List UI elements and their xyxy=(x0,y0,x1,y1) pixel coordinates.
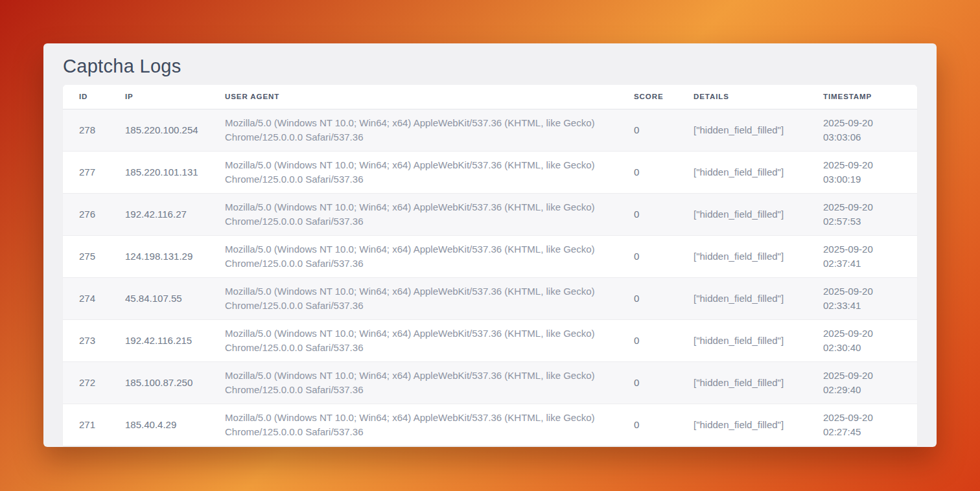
logs-table-container: ID IP USER AGENT SCORE DETAILS TIMESTAMP… xyxy=(63,85,917,446)
cell-details: ["hidden_field_filled"] xyxy=(677,151,807,193)
cell-id: 271 xyxy=(63,404,109,446)
logs-table-body: 278 185.220.100.254 Mozilla/5.0 (Windows… xyxy=(63,109,917,446)
column-header-timestamp: TIMESTAMP xyxy=(807,85,917,109)
cell-ip: 185.40.4.29 xyxy=(109,404,209,446)
cell-timestamp: 2025-09-20 02:37:41 xyxy=(807,235,917,277)
cell-user-agent: Mozilla/5.0 (Windows NT 10.0; Win64; x64… xyxy=(209,151,618,193)
cell-user-agent: Mozilla/5.0 (Windows NT 10.0; Win64; x64… xyxy=(209,109,618,151)
cell-id: 277 xyxy=(63,151,109,193)
cell-timestamp: 2025-09-20 02:33:41 xyxy=(807,277,917,319)
cell-ip: 185.100.87.250 xyxy=(109,361,209,404)
cell-id: 278 xyxy=(63,109,109,151)
cell-timestamp: 2025-09-20 02:30:40 xyxy=(807,319,917,361)
cell-ip: 185.220.101.131 xyxy=(109,151,209,193)
cell-details: ["hidden_field_filled"] xyxy=(677,319,807,361)
log-row: 277 185.220.101.131 Mozilla/5.0 (Windows… xyxy=(63,151,917,193)
cell-timestamp: 2025-09-20 02:29:40 xyxy=(807,361,917,404)
cell-id: 275 xyxy=(63,235,109,277)
log-row: 278 185.220.100.254 Mozilla/5.0 (Windows… xyxy=(63,109,917,151)
column-header-id: ID xyxy=(63,85,109,109)
page-background: Captcha Logs ID IP USER AGENT SCORE xyxy=(0,0,980,491)
cell-details: ["hidden_field_filled"] xyxy=(677,109,807,151)
cell-ip: 192.42.116.27 xyxy=(109,193,209,235)
cell-details: ["hidden_field_filled"] xyxy=(677,361,807,404)
cell-user-agent: Mozilla/5.0 (Windows NT 10.0; Win64; x64… xyxy=(209,277,618,319)
page-title: Captcha Logs xyxy=(63,54,917,79)
cell-score: 0 xyxy=(618,109,677,151)
log-row: 275 124.198.131.29 Mozilla/5.0 (Windows … xyxy=(63,235,917,277)
column-header-score: SCORE xyxy=(618,85,677,109)
cell-id: 272 xyxy=(63,361,109,404)
column-header-ip: IP xyxy=(109,85,209,109)
cell-score: 0 xyxy=(618,151,677,193)
cell-user-agent: Mozilla/5.0 (Windows NT 10.0; Win64; x64… xyxy=(209,235,618,277)
log-row: 272 185.100.87.250 Mozilla/5.0 (Windows … xyxy=(63,361,917,404)
cell-timestamp: 2025-09-20 02:57:53 xyxy=(807,193,917,235)
cell-ip: 124.198.131.29 xyxy=(109,235,209,277)
cell-user-agent: Mozilla/5.0 (Windows NT 10.0; Win64; x64… xyxy=(209,193,618,235)
cell-details: ["hidden_field_filled"] xyxy=(677,277,807,319)
cell-score: 0 xyxy=(618,404,677,446)
log-row: 273 192.42.116.215 Mozilla/5.0 (Windows … xyxy=(63,319,917,361)
cell-timestamp: 2025-09-20 03:03:06 xyxy=(807,109,917,151)
cell-details: ["hidden_field_filled"] xyxy=(677,235,807,277)
log-row: 276 192.42.116.27 Mozilla/5.0 (Windows N… xyxy=(63,193,917,235)
cell-score: 0 xyxy=(618,235,677,277)
cell-user-agent: Mozilla/5.0 (Windows NT 10.0; Win64; x64… xyxy=(209,361,618,404)
column-header-user-agent: USER AGENT xyxy=(209,85,618,109)
cell-details: ["hidden_field_filled"] xyxy=(677,193,807,235)
cell-ip: 185.220.100.254 xyxy=(109,109,209,151)
column-header-details: DETAILS xyxy=(677,85,807,109)
log-row: 271 185.40.4.29 Mozilla/5.0 (Windows NT … xyxy=(63,404,917,446)
cell-score: 0 xyxy=(618,277,677,319)
cell-user-agent: Mozilla/5.0 (Windows NT 10.0; Win64; x64… xyxy=(209,404,618,446)
logs-table: ID IP USER AGENT SCORE DETAILS TIMESTAMP… xyxy=(63,85,917,446)
log-row: 274 45.84.107.55 Mozilla/5.0 (Windows NT… xyxy=(63,277,917,319)
cell-ip: 192.42.116.215 xyxy=(109,319,209,361)
cell-timestamp: 2025-09-20 03:00:19 xyxy=(807,151,917,193)
cell-id: 276 xyxy=(63,193,109,235)
cell-score: 0 xyxy=(618,193,677,235)
cell-user-agent: Mozilla/5.0 (Windows NT 10.0; Win64; x64… xyxy=(209,319,618,361)
cell-score: 0 xyxy=(618,361,677,404)
table-header-row: ID IP USER AGENT SCORE DETAILS TIMESTAMP xyxy=(63,85,917,109)
cell-details: ["hidden_field_filled"] xyxy=(677,404,807,446)
cell-timestamp: 2025-09-20 02:27:45 xyxy=(807,404,917,446)
cell-ip: 45.84.107.55 xyxy=(109,277,209,319)
cell-id: 274 xyxy=(63,277,109,319)
cell-id: 273 xyxy=(63,319,109,361)
captcha-logs-card: Captcha Logs ID IP USER AGENT SCORE xyxy=(43,43,937,447)
cell-score: 0 xyxy=(618,319,677,361)
